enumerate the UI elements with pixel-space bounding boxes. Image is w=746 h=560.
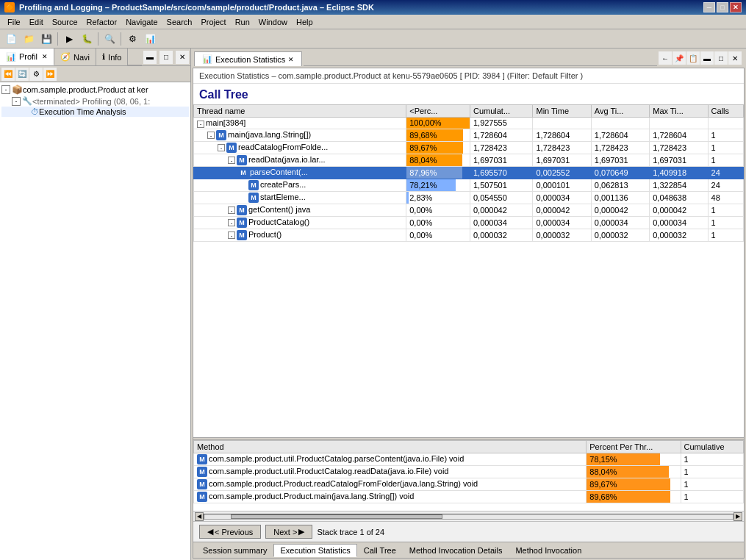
tree-item-analysis[interactable]: ⏱ Execution Time Analysis bbox=[1, 107, 189, 117]
tab-info[interactable]: ℹ Info bbox=[96, 49, 128, 65]
h-scroll-bar[interactable]: ◀ ▶ bbox=[193, 511, 744, 521]
menu-help[interactable]: Help bbox=[292, 16, 318, 28]
tree-filter-btn[interactable]: ⚙ bbox=[29, 68, 43, 81]
call-tree-row[interactable]: -MgetContent() java0,00%0,0000420,000042… bbox=[194, 204, 744, 216]
tree-row-cumul: 0,000042 bbox=[470, 204, 533, 216]
menu-run[interactable]: Run bbox=[231, 16, 254, 28]
perc-text: 0,00% bbox=[409, 206, 432, 215]
tab-method-invocation[interactable]: Method Invocation bbox=[509, 544, 588, 557]
method-table-row[interactable]: Mcom.sample.product.util.ProductCatalog.… bbox=[194, 453, 744, 466]
row-name-text: getContent() java bbox=[248, 205, 310, 214]
exec-toolbar-back[interactable]: ← bbox=[659, 51, 672, 65]
tree-collapse-btn[interactable]: ⏪ bbox=[1, 68, 15, 81]
call-tree-row[interactable]: -main[3984]100,00%1,927555 bbox=[194, 118, 744, 129]
tab-profil[interactable]: 📊 Profil ✕ bbox=[0, 49, 54, 65]
toolbar-save[interactable]: 💾 bbox=[38, 31, 54, 47]
toolbar-extra2[interactable]: 📊 bbox=[142, 31, 158, 47]
exec-toolbar-maximize[interactable]: □ bbox=[714, 51, 728, 65]
toolbar-extra1[interactable]: ⚙ bbox=[124, 31, 140, 47]
expand-icon[interactable]: - bbox=[228, 231, 235, 239]
separator-1 bbox=[57, 32, 58, 46]
toolbar-debug[interactable]: 🐛 bbox=[79, 31, 95, 47]
previous-button[interactable]: ◀ < Previous bbox=[199, 525, 261, 539]
call-tree-row[interactable]: -MProductCatalog()0,00%0,0000340,0000340… bbox=[194, 216, 744, 229]
menu-refactor[interactable]: Refactor bbox=[82, 16, 122, 28]
expand-icon[interactable]: - bbox=[197, 121, 204, 128]
menu-project[interactable]: Project bbox=[196, 16, 230, 28]
tab-call-tree[interactable]: Call Tree bbox=[357, 544, 403, 557]
tree-item-terminated[interactable]: - 🔧 <terminated> Profiling (08, 06, 1: bbox=[1, 96, 189, 107]
main-toolbar: 📄 📁 💾 ▶ 🐛 🔍 ⚙ 📊 bbox=[0, 29, 746, 49]
col-min: Min Time bbox=[533, 105, 591, 118]
exec-toolbar-close[interactable]: ✕ bbox=[728, 51, 742, 65]
method-icon: M bbox=[226, 143, 237, 153]
exec-header-text: Execution Statistics – com.sample.produc… bbox=[199, 71, 583, 80]
call-tree-row[interactable]: -MreadData(java.io.lar...88,04%1,6970311… bbox=[194, 154, 744, 166]
method-scroll[interactable]: Method Percent Per Thr... Cumulative Mco… bbox=[193, 440, 744, 511]
call-tree-row[interactable]: -MreadCatalogFromFolde...89,67%1,7284231… bbox=[194, 141, 744, 154]
expand-icon[interactable]: - bbox=[228, 219, 235, 226]
toolbar-new[interactable]: 📄 bbox=[3, 31, 19, 47]
expand-icon[interactable]: - bbox=[228, 157, 235, 164]
menu-window[interactable]: Window bbox=[254, 16, 292, 28]
method-table-row[interactable]: Mcom.sample.product.util.ProductCatalog.… bbox=[194, 466, 744, 478]
tab-navi[interactable]: 🧭 Navi bbox=[54, 49, 96, 65]
expand-terminated[interactable]: - bbox=[12, 97, 21, 106]
menu-edit[interactable]: Edit bbox=[25, 16, 48, 28]
expand-root[interactable]: - bbox=[1, 85, 10, 94]
row-name-text: main(java.lang.String[]) bbox=[228, 130, 311, 139]
tree-row-avg: 0,000042 bbox=[591, 204, 649, 216]
tree-row-name: McreatePars... bbox=[194, 179, 406, 191]
menu-source[interactable]: Source bbox=[48, 16, 82, 28]
left-tree[interactable]: - 📦 com.sample.product.Product at ker - … bbox=[0, 82, 190, 560]
method-icon: M bbox=[197, 492, 207, 502]
toolbar-open[interactable]: 📁 bbox=[21, 31, 37, 47]
expand-icon[interactable]: - bbox=[207, 132, 215, 139]
tab-session-summary[interactable]: Session summary bbox=[196, 544, 273, 557]
exec-stats-tab[interactable]: 📊 Execution Statistics ✕ bbox=[194, 51, 302, 66]
toolbar-run[interactable]: ▶ bbox=[61, 31, 77, 47]
tree-row-avg: 0,001136 bbox=[591, 191, 649, 204]
call-tree-row[interactable]: MstartEleme...2,83%0,0545500,0000340,001… bbox=[194, 191, 744, 204]
exec-tab-close[interactable]: ✕ bbox=[288, 56, 294, 63]
maximize-button[interactable]: □ bbox=[717, 2, 728, 12]
panel-minimize-btn[interactable]: ▬ bbox=[143, 51, 157, 64]
expand-icon[interactable]: - bbox=[228, 207, 235, 214]
tab-execution-stats[interactable]: Execution Statistics bbox=[273, 544, 356, 557]
method-table-row[interactable]: Mcom.sample.product.Product.main(java.la… bbox=[194, 491, 744, 503]
exec-toolbar-copy[interactable]: 📋 bbox=[686, 51, 700, 65]
tree-item-root[interactable]: - 📦 com.sample.product.Product at ker bbox=[1, 84, 189, 96]
call-tree-row[interactable]: MparseContent(...87,96%1,6955700,0025520… bbox=[194, 166, 744, 179]
minimize-button[interactable]: ─ bbox=[703, 2, 715, 12]
panel-close-btn[interactable]: ✕ bbox=[176, 51, 189, 64]
next-button[interactable]: Next > ▶ bbox=[265, 525, 312, 539]
next-label: Next > bbox=[273, 528, 297, 536]
h-scroll-left[interactable]: ◀ bbox=[195, 512, 204, 521]
expand-icon[interactable]: - bbox=[218, 144, 225, 151]
tree-row-calls: 48 bbox=[708, 191, 743, 204]
call-tree-row[interactable]: -MProduct()0,00%0,0000320,0000320,000032… bbox=[194, 229, 744, 241]
panel-maximize-btn[interactable]: □ bbox=[159, 51, 173, 64]
call-tree-row[interactable]: McreatePars...78,21%1,5075010,0001010,06… bbox=[194, 179, 744, 191]
exec-toolbar-minimize[interactable]: ▬ bbox=[700, 51, 714, 65]
close-button[interactable]: ✕ bbox=[730, 2, 742, 12]
exec-tab-icon: 📊 bbox=[202, 54, 212, 64]
method-table-row[interactable]: Mcom.sample.product.Product.readCatalogF… bbox=[194, 478, 744, 491]
tab-method-invocation-details[interactable]: Method Invocation Details bbox=[403, 544, 509, 557]
h-scroll-track[interactable] bbox=[204, 514, 734, 520]
tab-close-profil[interactable]: ✕ bbox=[42, 53, 48, 60]
exec-toolbar-pin[interactable]: 📌 bbox=[673, 51, 686, 65]
menu-search[interactable]: Search bbox=[162, 16, 197, 28]
menu-file[interactable]: File bbox=[3, 16, 25, 28]
h-scroll-thumb[interactable] bbox=[231, 514, 442, 519]
tree-expand-btn[interactable]: ⏩ bbox=[43, 68, 57, 81]
h-scroll-right[interactable]: ▶ bbox=[734, 512, 742, 521]
tree-row-min: 0,000034 bbox=[533, 191, 591, 204]
toolbar-search[interactable]: 🔍 bbox=[101, 31, 118, 47]
call-tree-scroll[interactable]: Thread name <Perc... Cumulat... Min Time… bbox=[193, 104, 744, 437]
call-tree-row[interactable]: -Mmain(java.lang.String[])89,68%1,728604… bbox=[194, 129, 744, 141]
menu-navigate[interactable]: Navigate bbox=[121, 16, 162, 28]
tree-row-max: 1,697031 bbox=[650, 154, 708, 166]
tree-row-avg: 0,062813 bbox=[591, 179, 649, 191]
tree-refresh-btn[interactable]: 🔄 bbox=[15, 68, 29, 81]
